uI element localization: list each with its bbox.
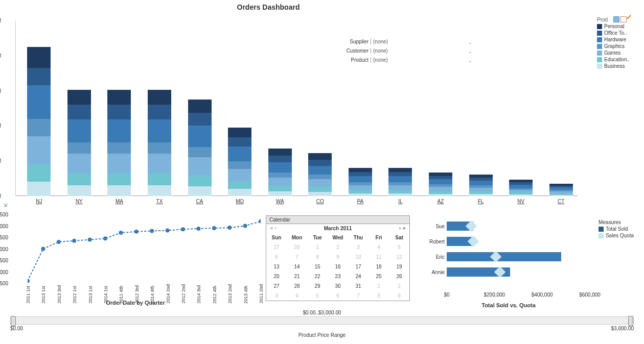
calendar-day[interactable]: 20 — [266, 272, 287, 281]
product-legend: Prod PersonalOffice To..HardwareGraphics… — [597, 16, 634, 69]
calendar-title: Calendar — [266, 216, 409, 224]
calendar-day[interactable]: 27 — [266, 242, 287, 252]
calendar-day[interactable]: 19 — [389, 262, 409, 272]
svg-point-11 — [196, 227, 200, 231]
x-category[interactable]: NV — [509, 199, 533, 204]
line-chart[interactable]: 5001,0001,5002,0002,5003,0003,500 2011 1… — [10, 214, 261, 304]
calendar-day[interactable]: 7 — [348, 291, 369, 301]
legend-item[interactable]: Business — [597, 63, 634, 69]
calendar-day[interactable]: 24 — [348, 272, 369, 281]
calendar-day[interactable]: 7 — [287, 252, 307, 262]
drill-icon[interactable]: ⇲ — [3, 202, 7, 208]
x-category[interactable]: CO — [308, 199, 332, 204]
svg-point-5 — [103, 236, 107, 240]
calendar-day[interactable]: 5 — [389, 242, 409, 252]
svg-point-2 — [57, 240, 61, 244]
calendar-day[interactable]: 30 — [328, 281, 348, 291]
calendar-day[interactable]: 23 — [328, 272, 348, 281]
hbar-row[interactable]: Annie — [424, 265, 593, 279]
x-category[interactable]: AZ — [429, 199, 452, 204]
calendar-day[interactable]: 13 — [266, 262, 287, 272]
calendar-dow: Wed — [328, 233, 348, 242]
calendar-dow: Fri — [369, 233, 389, 242]
calendar-day[interactable]: 29 — [307, 281, 328, 291]
slider-title: Product Price Range — [10, 332, 634, 338]
calendar-day[interactable]: 22 — [307, 272, 328, 281]
slider-handle-max[interactable] — [628, 316, 633, 326]
calendar-day[interactable]: 15 — [307, 262, 328, 272]
legend-item[interactable]: Education.. — [597, 57, 634, 62]
slider-track[interactable] — [10, 316, 634, 325]
calendar-prev-icon[interactable]: «‹ — [270, 226, 277, 231]
calendar-day[interactable]: 10 — [348, 252, 369, 262]
calendar-panel: Calendar «‹ March 2011 ›» SunMonTueWedTh… — [266, 215, 410, 301]
calendar-day[interactable]: 6 — [266, 252, 287, 262]
calendar-day[interactable]: 27 — [266, 281, 287, 291]
x-category[interactable]: CT — [549, 199, 573, 204]
svg-point-10 — [181, 227, 185, 231]
stacked-bar-chart[interactable]: 0M2M4M6M8M10M NJNYMATXCAMDWACOPAILAZFLNV… — [10, 20, 578, 204]
calendar-day[interactable]: 25 — [369, 272, 389, 281]
calendar-day[interactable]: 5 — [307, 291, 328, 301]
calendar-day[interactable]: 6 — [328, 291, 348, 301]
hbar-row[interactable]: Robert — [424, 235, 593, 248]
slider-max: $3,000.00 — [611, 326, 634, 331]
hbar-row[interactable]: Eric — [424, 250, 593, 263]
calendar-day[interactable]: 11 — [369, 252, 389, 262]
calendar-day[interactable]: 17 — [348, 262, 369, 272]
page-title: Orders Dashboard — [0, 3, 537, 11]
calendar-day[interactable]: 2 — [328, 242, 348, 252]
x-category[interactable]: PA — [349, 199, 372, 204]
calendar-day[interactable]: 4 — [287, 291, 307, 301]
calendar-day[interactable]: 9 — [328, 252, 348, 262]
x-category[interactable]: TX — [148, 199, 171, 204]
x-category[interactable]: FL — [469, 199, 493, 204]
legend-item[interactable]: Hardware — [597, 37, 634, 42]
x-category[interactable]: MD — [228, 199, 251, 204]
calendar-dow: Mon — [287, 233, 307, 242]
calendar-day[interactable]: 28 — [287, 242, 307, 252]
slider-min: $0.00 — [10, 326, 23, 331]
calendar-day[interactable]: 14 — [287, 262, 307, 272]
svg-point-13 — [227, 226, 232, 230]
x-category[interactable]: CA — [188, 199, 212, 204]
price-range-slider[interactable]: $0.00..$3,000.00 $0.00 $3,000.00 Product… — [10, 310, 634, 338]
calendar-day[interactable]: 3 — [348, 242, 369, 252]
legend-edit-icon[interactable] — [613, 16, 634, 22]
calendar-day[interactable]: 26 — [389, 272, 409, 281]
calendar-day[interactable]: 4 — [369, 242, 389, 252]
line-chart-title: Order Date by Quarter — [10, 300, 261, 306]
legend-item[interactable]: Graphics — [597, 43, 634, 49]
calendar-day[interactable]: 8 — [369, 291, 389, 301]
calendar-day[interactable]: 1 — [307, 242, 328, 252]
legend-item[interactable]: Office To.. — [597, 30, 634, 36]
x-category[interactable]: NJ — [27, 199, 51, 204]
x-category[interactable]: IL — [388, 199, 412, 204]
x-category[interactable]: WA — [268, 199, 292, 204]
calendar-day[interactable]: 31 — [348, 281, 369, 291]
svg-point-1 — [41, 247, 45, 251]
calendar-day[interactable]: 1 — [369, 281, 389, 291]
slider-handle-min[interactable] — [11, 316, 16, 326]
hbar-row[interactable]: Sue — [424, 219, 593, 233]
sold-vs-quota-chart[interactable]: SueRobertEricAnnie $0$200,000$400,000$60… — [424, 219, 593, 306]
calendar-day[interactable]: 12 — [389, 252, 409, 262]
svg-point-7 — [134, 230, 139, 234]
calendar-day[interactable]: 2 — [389, 281, 409, 291]
calendar-day[interactable]: 3 — [266, 291, 287, 301]
legend-item[interactable]: Games — [597, 50, 634, 56]
svg-point-8 — [150, 229, 154, 233]
svg-point-12 — [212, 226, 216, 230]
x-category[interactable]: MA — [107, 199, 131, 204]
calendar-day[interactable]: 21 — [287, 272, 307, 281]
x-category[interactable]: NY — [67, 199, 91, 204]
calendar-next-icon[interactable]: ›» — [399, 226, 405, 231]
calendar-day[interactable]: 16 — [328, 262, 348, 272]
hbar-title: Total Sold vs. Quota — [424, 302, 593, 308]
calendar-day[interactable]: 8 — [307, 252, 328, 262]
calendar-day[interactable]: 9 — [389, 291, 409, 301]
legend-item[interactable]: Personal — [597, 23, 634, 29]
svg-point-9 — [166, 229, 170, 233]
calendar-day[interactable]: 18 — [369, 262, 389, 272]
calendar-day[interactable]: 28 — [287, 281, 307, 291]
